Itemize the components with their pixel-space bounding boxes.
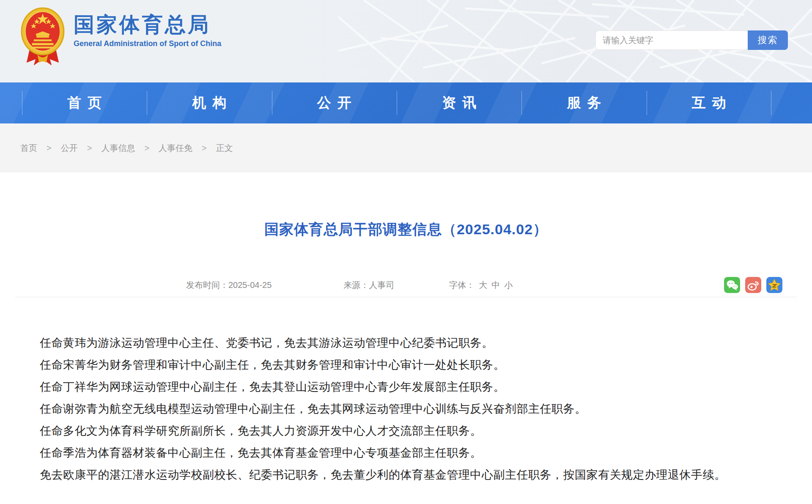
logo-title-en: General Administration of Sport of China bbox=[74, 39, 221, 48]
breadcrumb-public[interactable]: 公开 bbox=[61, 142, 78, 154]
font-size-large[interactable]: 大 bbox=[479, 279, 487, 291]
article-body: 任命黄玮为游泳运动管理中心主任、党委书记，免去其游泳运动管理中心纪委书记职务。 … bbox=[0, 332, 812, 486]
breadcrumb-appointments[interactable]: 人事任免 bbox=[159, 142, 192, 154]
article-paragraph: 任命宋菁华为财务管理和审计中心副主任，免去其财务管理和审计中心审计一处处长职务。 bbox=[17, 354, 795, 376]
nav-item-service[interactable]: 服务 bbox=[521, 82, 646, 123]
breadcrumb-separator: > bbox=[47, 143, 52, 153]
breadcrumb-personnel-info[interactable]: 人事信息 bbox=[101, 142, 135, 154]
national-emblem-icon bbox=[20, 6, 65, 69]
breadcrumb: 首页 > 公开 > 人事信息 > 人事任免 > 正文 bbox=[0, 123, 812, 173]
nav-item-home[interactable]: 首页 bbox=[22, 82, 147, 123]
article-paragraph: 任命丁祥华为网球运动管理中心副主任，免去其登山运动管理中心青少年发展部主任职务。 bbox=[17, 376, 795, 398]
font-size-small[interactable]: 小 bbox=[504, 279, 513, 291]
article-meta: 发布时间：2025-04-25 来源：人事司 字体： 大 中 小 bbox=[0, 277, 812, 293]
font-size-control: 字体： 大 中 小 bbox=[449, 279, 513, 291]
search-input[interactable] bbox=[595, 30, 748, 50]
weibo-share-icon[interactable] bbox=[745, 277, 761, 293]
meta-divider bbox=[15, 297, 797, 297]
site-search: 搜索 bbox=[595, 30, 788, 50]
article-paragraph: 任命谢弥青为航空无线电模型运动管理中心副主任，免去其网球运动管理中心训练与反兴奋… bbox=[17, 398, 795, 420]
wechat-share-icon[interactable] bbox=[724, 277, 740, 293]
logo-text: 国家体育总局 General Administration of Sport o… bbox=[74, 6, 221, 48]
breadcrumb-separator: > bbox=[144, 143, 149, 153]
nav-item-interact[interactable]: 互动 bbox=[647, 82, 771, 123]
main-nav-list: 首页 机构 公开 资讯 服务 互动 bbox=[22, 82, 771, 123]
main-nav: 首页 机构 公开 资讯 服务 互动 bbox=[0, 82, 812, 123]
article-paragraph: 任命季浩为体育器材装备中心副主任，免去其体育基金管理中心专项基金部主任职务。 bbox=[17, 442, 795, 464]
publish-date: 发布时间：2025-04-25 bbox=[186, 279, 272, 291]
site-header: 国家体育总局 General Administration of Sport o… bbox=[0, 0, 812, 82]
nav-item-public[interactable]: 公开 bbox=[272, 82, 397, 123]
search-button[interactable]: 搜索 bbox=[748, 30, 788, 50]
font-size-medium[interactable]: 中 bbox=[491, 279, 500, 291]
breadcrumb-current: 正文 bbox=[216, 142, 233, 154]
article-paragraph: 任命黄玮为游泳运动管理中心主任、党委书记，免去其游泳运动管理中心纪委书记职务。 bbox=[17, 332, 795, 354]
qzone-share-icon[interactable] bbox=[766, 277, 782, 293]
site-logo[interactable]: 国家体育总局 General Administration of Sport o… bbox=[20, 6, 221, 69]
breadcrumb-separator: > bbox=[202, 143, 207, 153]
breadcrumb-home[interactable]: 首页 bbox=[20, 142, 37, 154]
article-source: 来源：人事司 bbox=[343, 279, 394, 291]
nav-item-org[interactable]: 机构 bbox=[147, 82, 272, 123]
nav-item-news[interactable]: 资讯 bbox=[397, 82, 521, 123]
logo-title-cn: 国家体育总局 bbox=[74, 14, 221, 36]
share-bar bbox=[724, 277, 782, 293]
article-paragraph: 免去欧康平的湛江潜水运动学校副校长、纪委书记职务，免去董少利的体育基金管理中心副… bbox=[17, 464, 795, 486]
breadcrumb-separator: > bbox=[87, 143, 92, 153]
article-title: 国家体育总局干部调整信息（2025.04.02） bbox=[0, 220, 812, 239]
article-paragraph: 任命多化文为体育科学研究所副所长，免去其人力资源开发中心人才交流部主任职务。 bbox=[17, 420, 795, 442]
font-size-label: 字体： bbox=[449, 279, 475, 291]
article: 国家体育总局干部调整信息（2025.04.02） 发布时间：2025-04-25… bbox=[0, 220, 812, 486]
